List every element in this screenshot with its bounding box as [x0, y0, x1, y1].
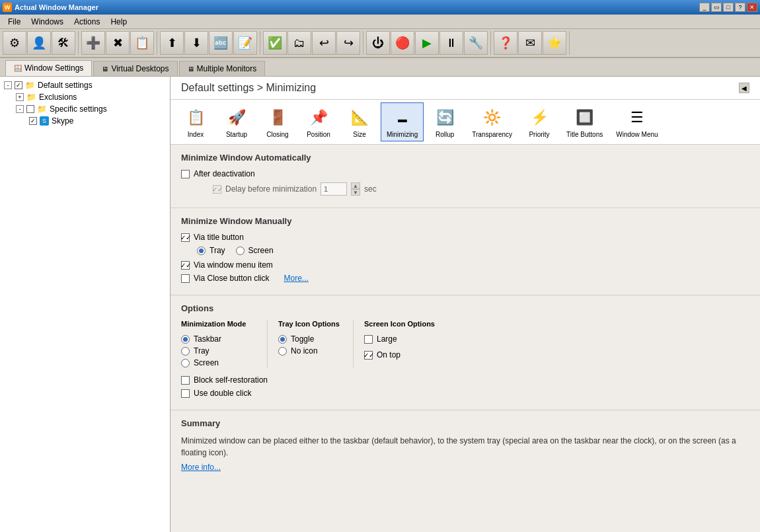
collapse-button[interactable]: ◀ [739, 83, 749, 93]
help-button[interactable]: ? [735, 3, 745, 12]
tab-virtual-desktops[interactable]: 🖥 Virtual Desktops [93, 61, 177, 76]
delay-checkbox[interactable]: ✓ [213, 185, 221, 194]
nav-startup[interactable]: 🚀 Startup [217, 102, 256, 141]
tray-mode-radio[interactable] [181, 347, 190, 356]
screen-mode-radio[interactable] [181, 359, 190, 367]
via-close-checkbox[interactable] [181, 274, 190, 283]
app-icon: W [3, 3, 12, 12]
toolbar-profile-btn[interactable]: 👤 [27, 31, 51, 55]
toolbar-copy-btn[interactable]: 📋 [130, 31, 154, 55]
tab-multiple-monitors[interactable]: 🖥 Multiple Monitors [179, 61, 266, 76]
minimize-button[interactable]: _ [699, 3, 710, 12]
toolbar-down-btn[interactable]: ⬇ [184, 31, 208, 55]
nav-priority[interactable]: ⚡ Priority [519, 102, 559, 141]
tray-radio-row: Tray [197, 246, 225, 255]
taskbar-radio[interactable] [181, 335, 190, 344]
toolbar-manage-btn[interactable]: 🛠 [52, 31, 75, 55]
toolbar-settings-btn[interactable]: ⚙ [3, 31, 26, 55]
toolbar-layers-btn[interactable]: 🗂 [287, 31, 311, 55]
block-self-restore-row: Block self-restoration [181, 375, 749, 385]
no-icon-radio[interactable] [278, 347, 287, 356]
after-deactivation-checkbox[interactable] [181, 170, 190, 178]
toolbar-rename2-btn[interactable]: 📝 [233, 31, 257, 55]
expand-icon[interactable]: + [16, 93, 24, 101]
toolbar-check-btn[interactable]: ✅ [263, 31, 287, 55]
minimization-mode-col: Minimization Mode Taskbar Tray Screen [181, 320, 254, 367]
title-buttons-icon: 🔲 [573, 106, 597, 130]
sidebar-item-default-settings[interactable]: - ✓ 📁 Default settings [3, 79, 167, 91]
delay-label: Delay before minimization [225, 184, 317, 194]
nav-position[interactable]: 📌 Position [299, 102, 338, 141]
toolbar-pause-btn[interactable]: ⏸ [439, 31, 463, 55]
delay-unit: sec [364, 184, 377, 194]
toolbar-undo-btn[interactable]: ↩ [312, 31, 336, 55]
screen-icon-col: Screen Icon Options Large ✓ On top [353, 320, 435, 367]
nav-minimizing[interactable]: 🗕 Minimizing [381, 102, 424, 141]
expand-icon[interactable]: - [16, 105, 24, 113]
summary-more-link[interactable]: More info... [181, 463, 221, 472]
nav-transparency[interactable]: 🔆 Transparency [466, 102, 518, 141]
spinner-up[interactable]: ▲ [351, 182, 360, 189]
menu-actions[interactable]: Actions [69, 16, 105, 28]
skype-checkbox[interactable]: ✓ [29, 117, 37, 125]
toolbar-play-btn[interactable]: ▶ [415, 31, 439, 55]
tab-window-settings[interactable]: 🪟 Window Settings [5, 60, 92, 76]
content-header: Default settings > Minimizing ◀ [171, 77, 760, 100]
after-deactivation-row: After deactivation [181, 169, 749, 178]
large-checkbox[interactable] [364, 335, 373, 344]
content-area: Default settings > Minimizing ◀ 📋 Index … [171, 77, 760, 532]
screen-radio[interactable] [236, 247, 245, 255]
taskbar-label: Taskbar [194, 334, 221, 344]
nav-window-menu[interactable]: ☰ Window Menu [610, 102, 664, 141]
sidebar-item-skype[interactable]: ✓ S Skype [3, 115, 167, 127]
menu-bar: File Windows Actions Help [0, 15, 760, 29]
toggle-radio[interactable] [278, 335, 287, 344]
toggle-label: Toggle [291, 334, 314, 344]
more-link[interactable]: More... [284, 274, 309, 283]
menu-file[interactable]: File [3, 16, 26, 28]
toolbar-up-btn[interactable]: ⬆ [160, 31, 184, 55]
folder-icon: 📁 [26, 93, 36, 102]
folder-icon: 📁 [25, 81, 35, 90]
toolbar-redo-btn[interactable]: ↪ [336, 31, 360, 55]
tray-radio[interactable] [197, 247, 206, 255]
specific-settings-checkbox[interactable] [26, 105, 34, 113]
via-menu-label: Via window menu item [194, 260, 273, 270]
sidebar-item-specific-settings[interactable]: - 📁 Specific settings [3, 103, 167, 115]
toolbar-email-btn[interactable]: ✉ [518, 31, 542, 55]
menu-windows[interactable]: Windows [26, 16, 69, 28]
spinner-down[interactable]: ▼ [351, 189, 360, 196]
menu-help[interactable]: Help [105, 16, 132, 28]
toolbar-star-btn[interactable]: ⭐ [543, 31, 566, 55]
expand-icon[interactable]: - [4, 81, 12, 89]
maximize-button[interactable]: □ [723, 3, 734, 12]
toolbar-group-4: ✅ 🗂 ↩ ↪ [263, 31, 363, 55]
toolbar-stop-btn[interactable]: 🔴 [391, 31, 414, 55]
close-button[interactable]: ✕ [747, 3, 757, 12]
nav-rollup[interactable]: 🔄 Rollup [425, 102, 465, 141]
toolbar-rename-btn[interactable]: 🔤 [209, 31, 233, 55]
nav-closing[interactable]: 🚪 Closing [258, 102, 297, 141]
on-top-checkbox[interactable]: ✓ [364, 351, 373, 360]
content-scroll-wrapper[interactable]: Minimize Window Automatically After deac… [171, 145, 760, 532]
toolbar-power-btn[interactable]: ⏻ [366, 31, 390, 55]
toolbar-help-btn[interactable]: ❓ [494, 31, 517, 55]
via-menu-checkbox[interactable]: ✓ [181, 261, 190, 270]
block-self-restore-checkbox[interactable] [181, 376, 190, 385]
section-minimize-manually: Minimize Window Manually ✓ Via title but… [171, 208, 760, 295]
restore-button[interactable]: ▭ [711, 3, 722, 12]
sidebar-item-exclusions[interactable]: + 📁 Exclusions [3, 91, 167, 103]
nav-title-buttons[interactable]: 🔲 Title Buttons [560, 102, 609, 141]
nav-index[interactable]: 📋 Index [176, 102, 215, 141]
section-minimize-manually-title: Minimize Window Manually [181, 216, 749, 226]
toolbar-remove-btn[interactable]: ✖ [106, 31, 130, 55]
default-settings-checkbox[interactable]: ✓ [15, 81, 22, 89]
index-icon: 📋 [184, 106, 208, 130]
delay-spinner[interactable]: 1 [321, 182, 347, 196]
large-label: Large [377, 334, 397, 344]
nav-size[interactable]: 📐 Size [340, 102, 379, 141]
toolbar-wrench-btn[interactable]: 🔧 [464, 31, 488, 55]
toolbar-add-btn[interactable]: ➕ [81, 31, 105, 55]
via-title-checkbox[interactable]: ✓ [181, 233, 190, 242]
use-double-click-checkbox[interactable] [181, 389, 190, 398]
